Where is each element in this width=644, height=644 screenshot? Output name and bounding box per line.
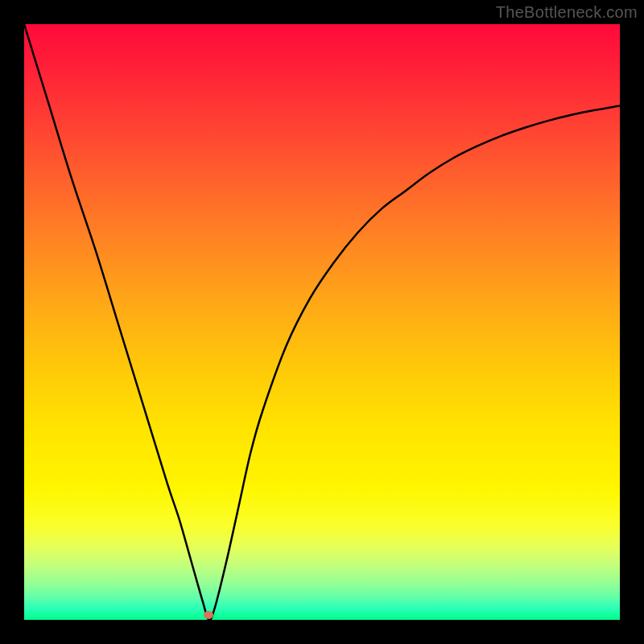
chart-frame: TheBottleneck.com [0, 0, 644, 644]
bottleneck-curve [24, 24, 620, 620]
watermark-label: TheBottleneck.com [496, 3, 638, 22]
plot-area [24, 24, 620, 620]
curve-svg [24, 24, 620, 620]
minimum-marker [204, 611, 213, 619]
